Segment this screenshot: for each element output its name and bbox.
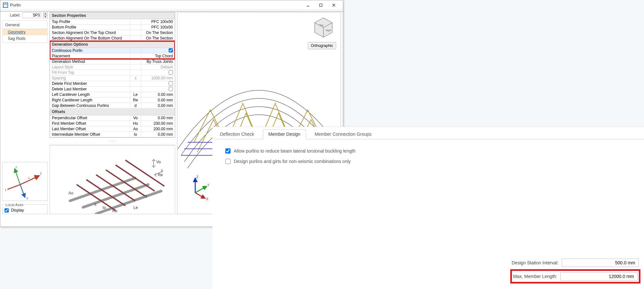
tab-connection-groups[interactable]: Member Connection Groups — [309, 129, 377, 139]
nav-header: General — [3, 21, 47, 29]
row-io[interactable]: Intermediate Member OffsetIo0.00 mm — [50, 132, 175, 137]
spinner-up[interactable] — [43, 12, 48, 15]
section-props-header: Section Properties — [50, 12, 175, 19]
nav-section: General Geometry Sag Rods — [2, 20, 48, 43]
allow-purlins-checkbox[interactable] — [225, 148, 231, 154]
row-spacing[interactable]: Spacings1000.00 mm — [50, 75, 175, 81]
row-align-bottom[interactable]: Section Alignment On The Bottom ChordOn … — [50, 36, 175, 41]
design-station-field: Design Station Interval: — [512, 259, 639, 267]
svg-line-5 — [15, 168, 20, 184]
gen-options-header: Generation Options — [50, 41, 175, 48]
coordinate-triad: Z Y X — [187, 175, 213, 201]
svg-rect-2 — [320, 4, 322, 6]
svg-line-6 — [20, 185, 25, 197]
label-spinner[interactable] — [43, 12, 48, 18]
separator — [0, 11, 343, 12]
svg-text:Top: Top — [319, 24, 323, 27]
row-fill-from-top[interactable]: Fill From Top — [50, 70, 175, 75]
svg-text:s: s — [95, 202, 96, 207]
maximize-button[interactable] — [314, 1, 327, 10]
tab-deflection-check[interactable]: Deflection Check — [214, 129, 260, 139]
row-align-top[interactable]: Section Alignment On The Top ChordOn The… — [50, 30, 175, 36]
svg-text:Ao: Ao — [68, 191, 73, 195]
spinner-down[interactable] — [43, 15, 48, 18]
svg-text:j: j — [40, 171, 41, 175]
axes-preview: j i 1 2 3 — [2, 162, 48, 201]
splitter-handle[interactable]: ···· — [50, 138, 175, 145]
svg-text:Le: Le — [133, 205, 138, 210]
svg-line-12 — [70, 178, 135, 201]
window-title: Purlin — [10, 3, 21, 7]
max-member-length-input[interactable] — [560, 272, 638, 281]
max-member-length-highlight: Max. Member Length: — [512, 271, 639, 282]
local-axes-legend: Local Axes — [5, 203, 25, 207]
generation-options-highlight: Generation Options Continuous Purlin Pla… — [50, 41, 175, 59]
svg-text:i: i — [5, 188, 6, 191]
app-icon — [3, 3, 8, 8]
continuous-purlin-checkbox[interactable] — [169, 48, 173, 52]
row-vo[interactable]: Perpendicular OffsetVo0.00 mm — [50, 115, 175, 121]
svg-text:Z: Z — [196, 175, 198, 179]
schematic-preview: Vo Re Ao s Io d Ho Le — [50, 145, 175, 214]
row-right-cant[interactable]: Right Cantilever LengthRe0.00 mm — [50, 98, 175, 103]
svg-text:1: 1 — [28, 176, 30, 179]
projection-mode-button[interactable]: Orthographic — [308, 42, 336, 49]
svg-text:Re: Re — [158, 173, 163, 177]
svg-text:2: 2 — [16, 165, 17, 168]
titlebar: Purlin — [0, 0, 343, 10]
max-member-length-label: Max. Member Length: — [513, 274, 557, 279]
svg-text:Y: Y — [207, 183, 210, 187]
tab-member-design[interactable]: Member Design — [263, 129, 306, 139]
row-top-profile[interactable]: Top ProfilePFC 100x50 — [50, 19, 175, 25]
svg-text:X: X — [206, 197, 209, 201]
tabs-row: Deflection Check Member Design Member Co… — [212, 127, 644, 139]
row-continuous-purlin[interactable]: Continuous Purlin — [50, 48, 175, 53]
svg-text:Io: Io — [103, 205, 106, 210]
row-delete-first[interactable]: Delete First Member — [50, 81, 175, 87]
svg-line-19 — [116, 165, 155, 191]
row-gen-method[interactable]: Generation MethodBy Truss Joints — [50, 59, 175, 64]
non-seismic-checkbox[interactable] — [225, 159, 231, 164]
design-station-input[interactable] — [562, 259, 639, 267]
row-ho[interactable]: First Member OffsetHo200.00 mm — [50, 121, 175, 126]
svg-line-4 — [7, 185, 20, 190]
property-grid: Section Properties Top ProfilePFC 100x50… — [50, 12, 175, 138]
local-axes-fieldset: Local Axes Display — [2, 203, 48, 214]
svg-line-38 — [195, 193, 205, 198]
svg-text:Right: Right — [326, 29, 331, 32]
row-layout-style[interactable]: Layout StyleDefault — [50, 64, 175, 70]
fill-from-top-checkbox[interactable] — [169, 70, 173, 75]
svg-text:3: 3 — [26, 196, 28, 200]
nav-item-sag-rods[interactable]: Sag Rods — [3, 35, 47, 42]
label-field-row: Label: — [2, 12, 48, 18]
close-button[interactable] — [327, 1, 340, 10]
non-seismic-checkbox-row[interactable]: Design purlins and girts for non-seismic… — [225, 159, 631, 164]
row-left-cant[interactable]: Left Cantilever LengthLe0.00 mm — [50, 92, 175, 98]
svg-line-14 — [96, 191, 161, 214]
row-placement[interactable]: PlacementTop Chord — [50, 53, 175, 59]
allow-purlins-checkbox-row[interactable]: Allow purlins to reduce beam lateral tor… — [225, 148, 631, 154]
row-ao[interactable]: Last Member OffsetAo200.00 mm — [50, 126, 175, 132]
svg-text:Vo: Vo — [156, 160, 161, 164]
svg-line-37 — [195, 186, 207, 193]
label-caption: Label: — [10, 13, 20, 17]
design-settings-panel: Deflection Check Member Design Member Co… — [212, 127, 644, 289]
label-input[interactable] — [22, 12, 41, 18]
row-bottom-profile[interactable]: Bottom ProfilePFC 100x50 — [50, 25, 175, 30]
row-gap[interactable]: Gap Between Continuous Purlinsd0.00 mm — [50, 103, 175, 109]
display-checkbox[interactable] — [5, 208, 9, 213]
svg-text:d: d — [145, 194, 147, 199]
delete-first-checkbox[interactable] — [169, 81, 173, 86]
nav-item-geometry[interactable]: Geometry — [3, 29, 47, 35]
view-cube[interactable]: Top Right — [312, 16, 335, 39]
delete-last-checkbox[interactable] — [169, 87, 173, 91]
design-station-label: Design Station Interval: — [512, 260, 559, 265]
row-delete-last[interactable]: Delete Last Member — [50, 87, 175, 92]
display-checkbox-label[interactable]: Display — [5, 208, 24, 213]
offsets-header: Offsets — [50, 109, 175, 115]
minimize-button[interactable] — [301, 1, 314, 10]
svg-text:Ho: Ho — [112, 209, 118, 213]
